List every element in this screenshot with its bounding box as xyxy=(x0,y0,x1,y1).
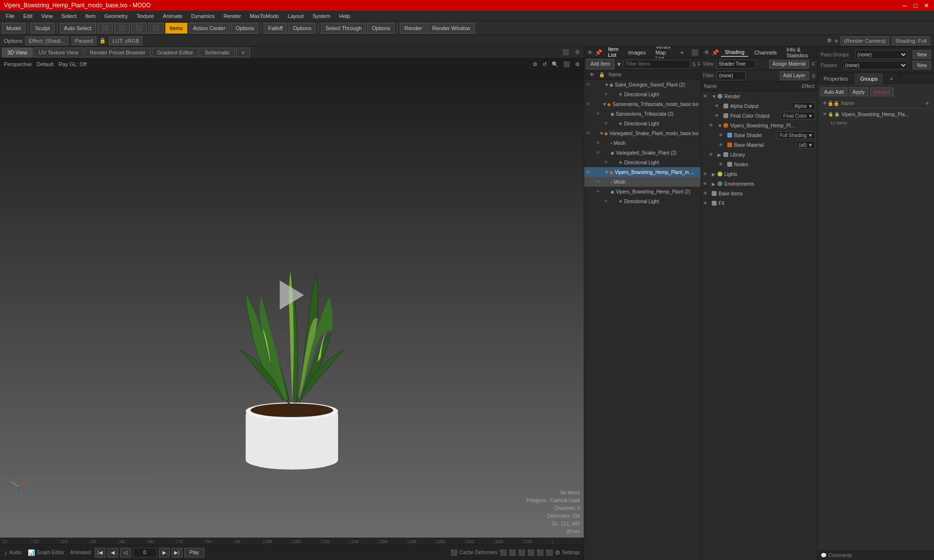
eye-4[interactable]: 👁 xyxy=(596,111,605,116)
next-frame-btn[interactable]: ▶ xyxy=(159,548,170,558)
transport-ctrl5[interactable]: ⬛ xyxy=(537,549,544,556)
render-window-btn[interactable]: Render Window xyxy=(428,23,474,34)
eye-11[interactable]: 👁 xyxy=(596,179,605,184)
sh-expand-9[interactable]: ▶ xyxy=(712,172,718,177)
sh-effect-alpha[interactable]: Alpha ▼ xyxy=(792,102,815,110)
gvis-eye[interactable]: 👁 xyxy=(823,112,827,117)
discard-btn[interactable]: Discard xyxy=(870,88,894,96)
tab-add-prop[interactable]: + xyxy=(884,73,899,85)
sculpt-btn[interactable]: Sculpt xyxy=(31,23,54,34)
vp-options-icon[interactable]: ⚙ xyxy=(573,49,582,55)
vp-ctrl5[interactable]: ⚙ xyxy=(575,61,580,68)
sh-expand-4[interactable]: ▼ xyxy=(718,123,723,128)
options2-btn[interactable]: Options xyxy=(288,23,316,34)
filter-s-icon[interactable]: S xyxy=(692,61,696,67)
transport-ctrl3[interactable]: ⬛ xyxy=(518,549,525,556)
eye-10[interactable]: 👁 xyxy=(586,170,595,175)
model-btn[interactable]: Model xyxy=(2,23,25,34)
menu-layout[interactable]: Layout xyxy=(284,12,307,20)
filter-dropdown-sh[interactable]: (none) xyxy=(717,71,746,80)
menu-render[interactable]: Render xyxy=(219,12,245,20)
auto-add-btn[interactable]: Auto Add xyxy=(821,88,847,96)
vp-ctrl4[interactable]: ⬛ xyxy=(563,61,570,68)
expand-6[interactable]: ▼ xyxy=(599,131,604,136)
more-icon[interactable]: ≡ xyxy=(835,38,838,44)
eye-6[interactable]: 👁 xyxy=(586,131,593,136)
shader-row-fx[interactable]: 👁 FX xyxy=(701,198,817,208)
toolbar-icon1[interactable]: ⬛ xyxy=(97,23,113,34)
new-group-btn[interactable]: + xyxy=(925,99,929,107)
filter-items-input[interactable] xyxy=(624,60,690,69)
menu-dynamics[interactable]: Dynamics xyxy=(187,12,218,20)
expand-3[interactable]: ▼ xyxy=(602,102,607,107)
eye-7[interactable]: 👁 xyxy=(596,140,605,145)
menu-edit[interactable]: Edit xyxy=(19,12,36,20)
menu-maxtomodo[interactable]: MaxToModo xyxy=(246,12,283,20)
tab-add-panel[interactable]: + xyxy=(677,49,687,56)
gvis-lock2[interactable]: 🔒 xyxy=(834,112,840,117)
vp-ctrl1[interactable]: ⚙ xyxy=(533,61,538,68)
add-item-dropdown[interactable]: ▼ xyxy=(616,61,622,67)
settings-label[interactable]: Settings xyxy=(562,550,580,555)
eye-5[interactable]: 👁 xyxy=(604,121,612,126)
shader-row-render[interactable]: 👁 ▼ Render xyxy=(701,91,817,101)
add-layer-btn[interactable]: Add Layer xyxy=(780,71,809,80)
eye-3[interactable]: 👁 xyxy=(586,102,594,106)
new-passes-btn[interactable]: New xyxy=(913,61,931,70)
select-through-btn[interactable]: Select Through xyxy=(321,23,366,34)
shader-f-btn[interactable]: F xyxy=(812,61,815,67)
gvis-lock1[interactable]: 🔒 xyxy=(828,112,833,117)
play-btn[interactable]: Play xyxy=(184,548,204,558)
tab-images[interactable]: Images xyxy=(624,49,649,56)
transport-ctrl4[interactable]: ⬛ xyxy=(527,549,535,556)
lock-icon[interactable]: 🔒 xyxy=(99,37,106,44)
sh-eye-11[interactable]: 👁 xyxy=(703,191,712,196)
menu-geometry[interactable]: Geometry xyxy=(100,12,131,20)
toolbar-icon3[interactable]: ⬛ xyxy=(131,23,147,34)
shader-row-lights[interactable]: 👁 ▶ Lights xyxy=(701,169,817,179)
apply-btn[interactable]: Apply xyxy=(849,88,868,96)
cache-deformers-label[interactable]: Cache Deformers xyxy=(460,550,498,555)
tree-item-8[interactable]: 👁 ◆ Variegated_Snake_Plant (2) xyxy=(584,148,700,158)
vp-ctrl2[interactable]: ↺ xyxy=(542,61,547,68)
shader-s-btn[interactable]: S xyxy=(812,73,815,79)
tab-item-list[interactable]: Item List xyxy=(604,47,622,60)
minimize-btn[interactable]: ─ xyxy=(901,1,909,9)
toolbar-icon2[interactable]: ⬛ xyxy=(114,23,130,34)
add-item-btn[interactable]: Add Item xyxy=(586,59,614,70)
tab-renderpreset[interactable]: Render Preset Browser xyxy=(85,48,151,57)
gear-icon[interactable]: ⚙ xyxy=(827,37,832,44)
tree-item-7[interactable]: 👁 ▪ Mesh xyxy=(584,138,700,148)
falloff-btn[interactable]: Falloff xyxy=(264,23,287,34)
menu-file[interactable]: File xyxy=(2,12,18,20)
sh-effect-fc[interactable]: Final Color ▼ xyxy=(781,112,815,120)
forward-end-btn[interactable]: ▶| xyxy=(172,548,182,558)
tree-item-4[interactable]: 👁 ◆ Sansevieria_Trifasciata (2) xyxy=(584,109,700,119)
sh-eye-1[interactable]: 👁 xyxy=(703,94,712,99)
graph-editor-label[interactable]: Graph Editor xyxy=(37,550,65,555)
shader-row-basematerial[interactable]: 👁 Base Material (all) ▼ xyxy=(701,140,817,150)
sh-eye-8[interactable]: 👁 xyxy=(718,162,727,167)
eye-13[interactable]: 👁 xyxy=(604,199,612,204)
shader-row-library[interactable]: 👁 ▶ Library xyxy=(701,150,817,159)
pass-groups-dropdown[interactable]: (none) xyxy=(855,50,908,59)
tree-item-1[interactable]: 👁 ▼ ◆ Saint_Georges_Sword_Plant (2) xyxy=(584,80,700,89)
menu-item[interactable]: Item xyxy=(81,12,99,20)
tree-item-2[interactable]: 👁 ☀ Directional Light xyxy=(584,89,700,99)
sh-eye-3[interactable]: 👁 xyxy=(715,113,723,118)
settings-icon[interactable]: ⚙ xyxy=(555,549,560,556)
sh-eye-7[interactable]: 👁 xyxy=(709,152,718,157)
tab-add[interactable]: + xyxy=(236,48,250,57)
transport-ctrl1[interactable]: ⬛ xyxy=(500,549,507,556)
tab-info-stats[interactable]: Info & Statistics xyxy=(783,47,812,59)
eye-1[interactable]: 👁 xyxy=(586,82,595,87)
eye-2[interactable]: 👁 xyxy=(604,92,612,97)
passes-dropdown[interactable]: (none) xyxy=(843,61,908,70)
transport-ctrl2[interactable]: ⬛ xyxy=(509,549,516,556)
menu-texture[interactable]: Texture xyxy=(133,12,158,20)
sh-effect-bs[interactable]: Full Shading ▼ xyxy=(777,131,815,139)
sh-eye-6[interactable]: 👁 xyxy=(718,142,727,147)
expand-1[interactable]: ▼ xyxy=(604,82,610,88)
eye-9[interactable]: 👁 xyxy=(604,160,612,165)
tab-properties[interactable]: Properties xyxy=(818,73,854,85)
